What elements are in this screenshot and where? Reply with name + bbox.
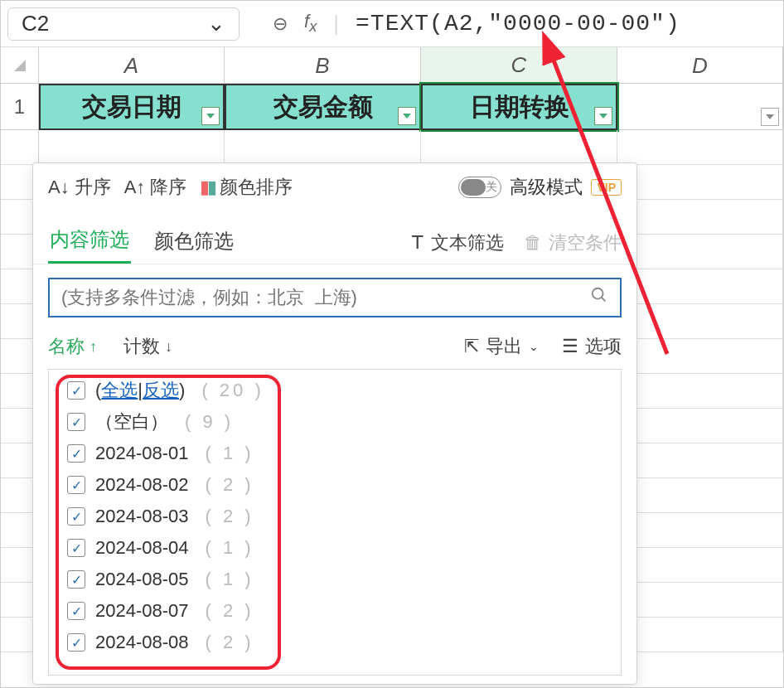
checkbox-icon[interactable]: ✓ [67, 539, 85, 557]
arrow-down-icon: ↓ [165, 338, 172, 356]
col-header-D[interactable]: D [617, 47, 783, 84]
header-B-label: 交易金额 [273, 90, 373, 124]
export-button[interactable]: ⇱ 导出 ⌄ [464, 334, 539, 359]
sort-by-count[interactable]: 计数 ↓ [123, 334, 172, 359]
col-header-B[interactable]: B [225, 47, 421, 84]
list-item[interactable]: ✓2024-08-03( 2 ) [49, 501, 621, 532]
checkbox-icon[interactable]: ✓ [67, 602, 85, 620]
filter-icon: 𝖳 [412, 232, 423, 254]
col-header-C[interactable]: C [421, 47, 617, 84]
color-sort-icon: ▮▮ [200, 177, 215, 198]
formula-bar: C2 ⌄ ⊖ fx | =TEXT(A2,"0000-00-00") [1, 1, 783, 47]
sort-by-name[interactable]: 名称 ↑ [48, 334, 97, 359]
filter-value-list: ✓ (全选|反选) ( 20 ) ✓ （空白） ( 9 ) ✓2024-08-0… [48, 369, 622, 676]
search-icon[interactable] [590, 286, 608, 309]
list-item[interactable]: ✓2024-08-07( 2 ) [49, 595, 621, 627]
filter-button-C[interactable] [594, 107, 612, 125]
color-sort-button[interactable]: ▮▮ 颜色排序 [200, 175, 293, 200]
list-item[interactable]: ✓2024-08-01( 1 ) [49, 438, 621, 469]
fx-icon[interactable]: fx [304, 11, 317, 36]
dropdown-toolbar: A↓ 升序 A↑ 降序 ▮▮ 颜色排序 关 高级模式 VIP [33, 163, 636, 213]
checkbox-icon[interactable]: ✓ [67, 570, 85, 589]
list-header: 名称 ↑ 计数 ↓ ⇱ 导出 ⌄ ☰ 选项 [33, 327, 636, 366]
list-item[interactable]: ✓2024-08-04( 1 ) [49, 532, 621, 564]
formula-input[interactable]: =TEXT(A2,"0000-00-00") [356, 11, 680, 36]
checkbox-icon[interactable]: ✓ [67, 633, 85, 652]
checkbox-icon[interactable]: ✓ [67, 476, 85, 494]
text-filter-button[interactable]: 𝖳 文本筛选 [412, 230, 504, 255]
tab-color-filter[interactable]: 颜色筛选 [152, 223, 235, 263]
invert-link[interactable]: 反选 [143, 380, 179, 400]
filter-button-B[interactable] [398, 107, 416, 125]
name-box[interactable]: C2 ⌄ [7, 7, 240, 41]
cell-B1[interactable]: 交易金额 [225, 84, 421, 130]
chevron-down-icon[interactable]: ⌄ [207, 11, 225, 36]
checkbox-icon[interactable]: ✓ [67, 381, 85, 400]
select-all-corner[interactable] [1, 47, 39, 84]
cell-reference: C2 [22, 11, 49, 36]
cell-D1[interactable] [617, 84, 783, 129]
header-row: 1 交易日期 交易金额 日期转换 [1, 84, 783, 130]
row-header-1[interactable]: 1 [1, 84, 39, 129]
header-A-label: 交易日期 [82, 90, 181, 124]
list-item[interactable]: ✓2024-08-02( 2 ) [49, 469, 621, 501]
checkbox-icon[interactable]: ✓ [67, 507, 85, 526]
checkbox-icon[interactable]: ✓ [67, 413, 85, 431]
zoom-out-icon[interactable]: ⊖ [273, 13, 288, 35]
svg-line-1 [602, 298, 606, 302]
arrow-up-icon: ↑ [90, 338, 97, 356]
col-header-A[interactable]: A [39, 47, 225, 84]
select-all-link[interactable]: 全选 [101, 380, 138, 400]
options-button[interactable]: ☰ 选项 [562, 334, 622, 359]
sort-asc-button[interactable]: A↓ 升序 [48, 175, 111, 200]
list-item[interactable]: ✓2024-08-05( 1 ) [49, 564, 621, 595]
sort-desc-button[interactable]: A↑ 降序 [124, 175, 187, 200]
filter-button-A[interactable] [201, 107, 220, 125]
filter-tabs: 内容筛选 颜色筛选 𝖳 文本筛选 🗑 清空条件 [33, 213, 636, 264]
sort-asc-icon: A↓ [48, 177, 70, 198]
list-item[interactable]: ✓2024-08-08( 2 ) [49, 627, 621, 658]
filter-dropdown: A↓ 升序 A↑ 降序 ▮▮ 颜色排序 关 高级模式 VIP 内容筛选 颜色筛选… [32, 162, 637, 685]
menu-icon: ☰ [562, 336, 578, 357]
sort-desc-icon: A↑ [124, 177, 146, 198]
clear-conditions-button[interactable]: 🗑 清空条件 [524, 230, 622, 255]
search-input[interactable] [61, 287, 582, 308]
header-C-label: 日期转换 [470, 90, 569, 124]
filter-button-D[interactable] [761, 108, 779, 126]
select-all-row[interactable]: ✓ (全选|反选) ( 20 ) [49, 375, 621, 406]
search-input-wrapper [48, 278, 622, 317]
chevron-down-icon: ⌄ [529, 340, 539, 353]
column-headers: A B C D [1, 47, 783, 84]
blank-row[interactable]: ✓ （空白） ( 9 ) [49, 406, 621, 438]
checkbox-icon[interactable]: ✓ [67, 444, 85, 463]
cell-A1[interactable]: 交易日期 [39, 84, 225, 130]
export-icon: ⇱ [464, 336, 479, 357]
cell-C1[interactable]: 日期转换 [421, 84, 617, 130]
trash-icon: 🗑 [524, 232, 542, 254]
tab-content-filter[interactable]: 内容筛选 [48, 221, 131, 264]
advanced-mode-label: 高级模式 [510, 175, 583, 200]
svg-point-0 [593, 288, 603, 299]
advanced-mode-switch[interactable]: 关 [458, 177, 501, 198]
vip-badge: VIP [591, 179, 622, 196]
